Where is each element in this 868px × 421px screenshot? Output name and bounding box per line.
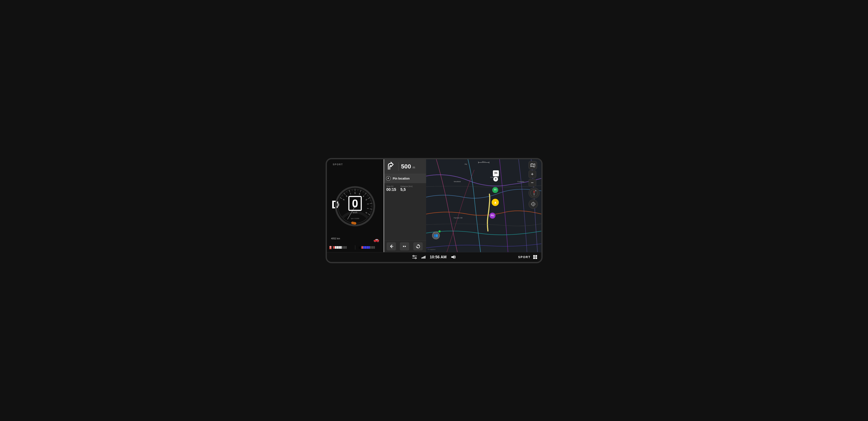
fuel-seg-2 [335,246,337,249]
grid-menu-icon[interactable] [533,255,537,259]
status-volume[interactable] [451,255,456,259]
map-label-farman: Farman Hill [454,217,463,219]
svg-text:5: 5 [359,192,361,195]
speed-value: 0 [348,196,362,211]
location-badge: A [386,176,391,181]
svg-text:1: 1 [367,208,369,209]
status-bars: ⛽ 🌡 [329,245,381,249]
mapbox-logo: © mapbox [428,248,436,250]
temp-seg-4 [367,246,368,249]
sig-bar-2 [422,257,423,259]
svg-line-3 [344,193,345,195]
temp-seg-2 [363,246,365,249]
svg-marker-58 [451,255,454,259]
fuel-seg-4 [338,246,340,249]
map-controls: i + − [529,161,539,209]
fuel-bar-group: ⛽ [329,246,352,249]
svg-line-13 [346,191,347,193]
nav-distance-value: 500 [401,163,411,170]
device-frame: SPORT D [326,158,542,263]
map-roads-svg [426,159,541,252]
sport-status-label[interactable]: SPORT [518,255,530,259]
svg-text:N: N [535,190,536,191]
nav-instruction: 500 m [383,159,426,174]
map-label-westfield: Westfield [454,181,461,183]
temp-seg-3 [365,246,366,249]
svg-line-16 [363,191,364,193]
nav-time-stat: Time (h) 00:15 [386,185,396,192]
temp-segments [362,246,375,249]
marker-b: B [493,177,498,181]
temp-seg-5 [368,246,370,249]
svg-text:9: 9 [342,198,345,201]
svg-line-18 [370,200,371,201]
sport-mode-label: SPORT [333,163,343,166]
status-signal [422,255,426,259]
nav-location-text: Pin location [393,177,410,180]
location-crosshair-button[interactable] [529,200,538,209]
marker-tt-label: TT [494,189,497,191]
status-settings[interactable] [412,255,417,259]
skip-icon [402,244,407,248]
compass-svg: N [530,189,538,197]
temp-icon: 🌡 [358,246,361,249]
nav-dist-value: 5,5 [401,187,413,192]
svg-point-53 [533,204,534,205]
nav-back-button[interactable] [386,242,396,250]
status-right: SPORT [518,255,537,259]
nav-stats: Time (h) 00:15 Distance (Km) 5,5 [383,183,426,193]
map-label-coventry: Coventry [517,181,524,183]
route-settings-icon [412,255,417,259]
nav-actions [383,240,426,252]
marker-pg: PG [490,213,495,219]
svg-point-57 [415,258,416,259]
nav-divider [398,162,399,171]
nav-time-label: Time (h) [386,185,396,187]
signal-bars-icon [422,255,426,259]
nav-distance-block: 500 m [401,163,415,170]
grid-cell-2 [535,255,537,257]
status-time: 10:56 AM [430,255,446,260]
fuel-icon: ⛽ [329,246,333,249]
sig-bar-4 [424,256,425,259]
svg-text:i: i [534,167,535,168]
svg-line-7 [365,193,366,195]
marker-tt: TT [492,187,498,193]
nav-dist-stat: Distance (Km) 5,5 [401,185,413,192]
zoom-out-button[interactable]: − [529,179,536,187]
svg-line-12 [342,195,343,196]
rpm-gauge: 9 8 7 6 5 4 3 2 1 0 [334,185,376,228]
sig-bar-1 [422,258,422,259]
speed-unit: km/h [348,211,362,213]
status-bar: 10:56 AM SPORT [327,252,541,262]
svg-text:2: 2 [367,203,369,205]
marker-car: ▲ [492,199,499,206]
green-dot [438,230,441,233]
map-label-jay: Jay [465,163,467,165]
grid-cell-3 [533,257,535,259]
sig-bar-5 [425,256,426,259]
temp-seg-6 [370,246,371,249]
odometer: 4052 km [331,237,340,240]
zoom-in-button[interactable]: + [529,170,536,178]
nav-skip-button[interactable] [400,242,409,250]
fuel-seg-5 [340,246,342,249]
compass-button[interactable]: N [529,187,539,199]
map-scale: 500 m [477,161,490,165]
fuel-seg-6 [342,246,343,249]
volume-icon [451,255,456,259]
svg-line-17 [367,195,368,196]
nav-left-accent [383,159,384,252]
nav-panel: 500 m A Pin location Time (h) 00:15 Dist… [383,159,426,252]
map-panel: Jay Cobum Hill Westfield Coventry Farman… [426,159,541,252]
nav-dist-label: Distance (Km) [401,185,413,187]
scale-svg: 500 m [477,161,490,164]
turn-arrow-svg [386,162,396,171]
svg-rect-35 [426,159,541,252]
crosshair-icon [531,202,535,206]
nav-reroute-button[interactable] [413,242,423,250]
svg-text:8: 8 [345,195,348,197]
reroute-icon [416,244,420,249]
marker-pg-label: PG [491,214,494,217]
map-info-button[interactable]: i [529,161,537,170]
